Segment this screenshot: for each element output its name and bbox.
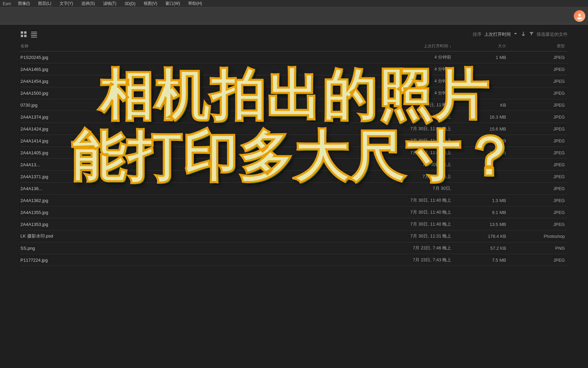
file-name-cell: 2A4A1414.jpg [20,135,349,147]
file-size-cell [458,87,513,99]
file-name-cell: 2A4A1465.jpg [20,63,349,75]
sort-label: 排序 [473,31,481,37]
table-row[interactable]: SS.png7月 23日, 7:46 晚上57.2 KBPNG [20,242,568,254]
table-row[interactable]: LK 摄影水印.psd7月 30日, 11:31 晚上178.4 KBPhoto… [20,230,568,242]
filter-icon [529,31,534,37]
file-name-cell: 2A4A1454.jpg [20,75,349,87]
sort-dropdown-icon[interactable] [513,32,518,37]
file-name-cell: 2A4A1374.jpg [20,111,349,123]
svg-point-0 [578,14,581,16]
menu-window[interactable]: 窗口(W) [164,0,181,7]
file-size-cell: 1 MB [458,51,513,63]
file-date-cell: 4 分钟前 [349,87,458,99]
file-date-cell: 7月 30日, 11:41 晚上 [349,123,458,135]
svg-rect-7 [31,33,37,34]
file-size-cell [458,171,513,183]
list-view-icon[interactable] [31,31,37,38]
file-date-cell: 7月 30日, 11:42 晚上 [349,111,458,123]
file-name-cell: P1S20245.jpg [20,51,349,63]
table-row[interactable]: 2A4A1355.jpg7月 30日, 11:40 晚上9.1 MBJPEG [20,206,568,218]
file-date-cell: 4 分钟前 [349,75,458,87]
main-content: 排序 上次打开时间 筛选最近的文件 [0,25,588,266]
table-row[interactable]: 2A4A1424.jpg7月 30日, 11:41 晚上15.6 MBJPEG [20,123,568,135]
col-header-type: 类型 [513,41,568,51]
menu-text[interactable]: 文字(Y) [58,0,75,7]
toolbar-area [0,7,588,25]
file-name-cell: 2A4A1500.jpg [20,87,349,99]
file-type-cell: JPEG [513,99,568,111]
file-size-cell: 57.2 KB [458,242,513,254]
file-size-cell: 16.3 MB [458,111,513,123]
file-size-cell: 13.5 MB [458,218,513,230]
col-header-date[interactable]: 上次打开时间 ↓ [349,41,458,51]
file-date-cell: 7月 30日, 11:40 晚上 [349,206,458,218]
file-type-cell: Photoshop [513,230,568,242]
table-row[interactable]: 2A4A1405.jpg7月 30日, 11:41 晚上15.0 MBJPEG [20,147,568,159]
menu-3d[interactable]: 3D(D) [123,1,137,7]
sort-direction-icon[interactable] [520,31,526,38]
menu-layer[interactable]: 图层(L) [37,0,53,7]
table-row[interactable]: 2A4A13...7月 30日, 晚上JPEG [20,159,568,171]
file-size-cell: 178.4 KB [458,230,513,242]
file-name-cell: 2A4A136... [20,183,349,195]
file-date-cell: 4 分钟前 [349,63,458,75]
file-name-cell: 2A4A1353.jpg [20,218,349,230]
table-row[interactable]: 2A4A1374.jpg7月 30日, 11:42 晚上16.3 MBJPEG [20,111,568,123]
file-type-cell: JPEG [513,218,568,230]
file-date-cell: 7月 30日, 晚上 [349,159,458,171]
table-row[interactable]: 2A4A1500.jpg4 分钟前JPEG [20,87,568,99]
file-date-cell: 7月 30日, 11:31 晚上 [349,230,458,242]
file-name-cell: 2A4A1355.jpg [20,206,349,218]
file-name-cell: 2A4A1362.jpg [20,195,349,206]
file-date-cell: 7月 30日, 11:41 晚上 [349,147,458,159]
table-row[interactable]: 0730.jpg7月 30日, 11:晚上KBJPEG [20,99,568,111]
grid-view-icon[interactable] [20,31,27,38]
file-date-cell: 7月 30日, 11:40 晚上 [349,218,458,230]
filter-text[interactable]: 筛选最近的文件 [537,31,568,37]
table-row[interactable]: 2A4A1414.jpg7月 30日, 11:41 晚上13.8 MBJPEG [20,135,568,147]
table-row[interactable]: 2A4A136...7月 30日,JPEG [20,183,568,195]
file-size-cell [458,159,513,171]
svg-rect-3 [24,31,27,34]
avatar[interactable] [574,10,585,22]
table-row[interactable]: 2A4A1353.jpg7月 30日, 11:40 晚上13.5 MBJPEG [20,218,568,230]
file-size-cell: 7.5 MB [458,254,513,266]
svg-rect-4 [21,35,23,37]
file-type-cell: PNG [513,242,568,254]
menu-help[interactable]: 帮助(H) [187,0,203,7]
table-row[interactable]: 2A4A1465.jpg4 分钟前JPEG [20,63,568,75]
table-row[interactable]: 2A4A1454.jpg4 分钟前JPEG [20,75,568,87]
file-type-cell: JPEG [513,171,568,183]
table-row[interactable]: 2A4A1362.jpg7月 30日, 11:40 晚上1.3 MBJPEG [20,195,568,206]
menu-image[interactable]: 图像(I) [17,0,31,7]
svg-rect-6 [31,32,37,32]
file-name-cell: 2A4A13... [20,159,349,171]
file-date-cell: 7月 30日, 11:41 晚上 [349,135,458,147]
file-type-cell: JPEG [513,123,568,135]
menu-filter[interactable]: 滤镜(T) [102,0,118,7]
file-type-cell: JPEG [513,159,568,171]
file-table: 名称 上次打开时间 ↓ 大小 类型 P1S20245.jpg4 分钟前1 MBJ… [20,41,568,266]
svg-rect-9 [31,37,37,37]
table-row[interactable]: 2A4A1371.jpg7月 30日, 晚上JPEG [20,171,568,183]
file-date-cell: 7月 23日, 7:43 晚上 [349,254,458,266]
file-size-cell: 1.3 MB [458,195,513,206]
file-size-cell [458,63,513,75]
file-type-cell: JPEG [513,195,568,206]
table-row[interactable]: P1177224.jpg7月 23日, 7:43 晚上7.5 MBJPEG [20,254,568,266]
file-type-cell: JPEG [513,183,568,195]
menu-view[interactable]: 视图(V) [142,0,159,7]
file-name-cell: 2A4A1424.jpg [20,123,349,135]
menubar: Eam 图像(I) 图层(L) 文字(Y) 选择(S) 滤镜(T) 3D(D) … [0,0,588,7]
menu-select[interactable]: 选择(S) [80,0,96,7]
file-name-cell: 2A4A1371.jpg [20,171,349,183]
sort-value[interactable]: 上次打开时间 [484,31,511,37]
file-type-cell: JPEG [513,147,568,159]
svg-rect-2 [21,31,23,34]
file-name-cell: 2A4A1405.jpg [20,147,349,159]
file-size-cell [458,75,513,87]
file-size-cell: 9.1 MB [458,206,513,218]
file-date-cell: 7月 30日, 晚上 [349,171,458,183]
view-icons [20,31,37,38]
table-row[interactable]: P1S20245.jpg4 分钟前1 MBJPEG [20,51,568,63]
